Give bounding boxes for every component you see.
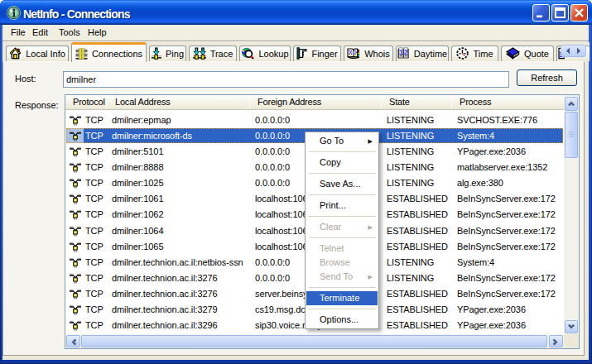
svg-text:2: 2 <box>404 48 408 56</box>
svg-text:1: 1 <box>399 48 403 56</box>
